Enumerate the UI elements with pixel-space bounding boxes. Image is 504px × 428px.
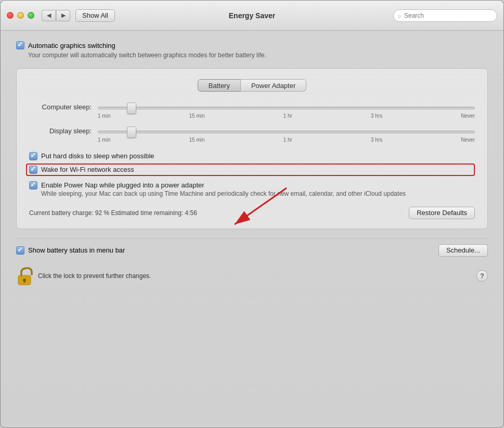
- power-nap-option-wrapper: Enable Power Nap while plugged into a po…: [29, 181, 475, 198]
- computer-sleep-ticks: 1 min 15 min 1 hr 3 hrs Never: [29, 113, 475, 119]
- back-button[interactable]: ◀: [42, 10, 56, 21]
- computer-sleep-slider-container: [98, 103, 475, 111]
- computer-sleep-label: Computer sleep:: [29, 103, 92, 111]
- options-section: Put hard disks to sleep when possible Wa…: [29, 152, 475, 198]
- close-button[interactable]: [7, 12, 14, 19]
- forward-button[interactable]: ▶: [56, 10, 70, 21]
- power-nap-label: Enable Power Nap while plugged into a po…: [41, 181, 204, 189]
- show-battery-row: Show battery status in menu bar Schedule…: [16, 244, 488, 257]
- search-input[interactable]: [404, 12, 493, 19]
- window-title: Energy Saver: [229, 11, 276, 20]
- traffic-lights: [7, 12, 34, 19]
- display-sleep-slider[interactable]: [98, 131, 475, 133]
- show-battery-label: Show battery status in menu bar: [28, 246, 125, 254]
- power-nap-option: Enable Power Nap while plugged into a po…: [29, 181, 475, 190]
- tab-battery[interactable]: Battery: [198, 79, 241, 92]
- auto-graphics-section: Automatic graphics switching Your comput…: [16, 41, 488, 59]
- auto-graphics-sublabel: Your computer will automatically switch …: [28, 52, 488, 59]
- battery-info-text: Current battery charge: 92 % Estimated t…: [29, 209, 197, 217]
- minimize-button[interactable]: [17, 12, 24, 19]
- dtick-1min: 1 min: [98, 137, 110, 143]
- battery-info-row: Current battery charge: 92 % Estimated t…: [29, 207, 475, 219]
- tick-never: Never: [461, 113, 475, 119]
- svg-rect-4: [24, 280, 25, 283]
- wifi-label: Wake for Wi-Fi network access: [41, 166, 134, 173]
- search-icon: ⌕: [398, 12, 402, 19]
- lock-row: Click the lock to prevent further change…: [16, 266, 488, 293]
- show-battery-checkbox-row: Show battery status in menu bar: [16, 246, 125, 255]
- lock-group: Click the lock to prevent further change…: [16, 266, 151, 286]
- tick-15min: 15 min: [189, 113, 205, 119]
- search-box[interactable]: ⌕: [393, 9, 497, 22]
- divider: [16, 238, 488, 239]
- hard-disks-label: Put hard disks to sleep when possible: [41, 152, 154, 160]
- tab-panel: Battery Power Adapter Computer sleep: 1 …: [16, 68, 488, 229]
- computer-sleep-row: Computer sleep:: [29, 103, 475, 111]
- hard-disks-checkbox[interactable]: [29, 152, 37, 160]
- dtick-15min: 15 min: [189, 137, 205, 143]
- computer-sleep-section: Computer sleep: 1 min 15 min 1 hr 3 hrs …: [29, 103, 475, 119]
- display-sleep-slider-container: [98, 127, 475, 135]
- display-sleep-section: Display sleep: 1 min 15 min 1 hr 3 hrs N…: [29, 127, 475, 143]
- power-nap-sublabel: While sleeping, your Mac can back up usi…: [41, 190, 475, 198]
- nav-buttons: ◀ ▶: [42, 10, 70, 21]
- titlebar: ◀ ▶ Show All Energy Saver ⌕: [1, 1, 503, 31]
- maximize-button[interactable]: [28, 12, 34, 19]
- main-window: ◀ ▶ Show All Energy Saver ⌕ Automatic gr…: [0, 0, 504, 428]
- wifi-checkbox[interactable]: [29, 166, 37, 174]
- auto-graphics-label: Automatic graphics switching: [28, 42, 115, 49]
- wifi-option: Wake for Wi-Fi network access: [26, 163, 475, 176]
- help-button[interactable]: ?: [476, 270, 488, 282]
- hard-disks-option: Put hard disks to sleep when possible: [29, 152, 475, 160]
- display-sleep-label: Display sleep:: [29, 127, 92, 135]
- tab-panel-wrapper: Battery Power Adapter Computer sleep: 1 …: [16, 68, 488, 229]
- show-battery-checkbox[interactable]: [16, 246, 24, 255]
- tick-3hrs: 3 hrs: [371, 113, 382, 119]
- display-sleep-ticks: 1 min 15 min 1 hr 3 hrs Never: [29, 137, 475, 143]
- tab-power-adapter[interactable]: Power Adapter: [240, 79, 306, 92]
- auto-graphics-row: Automatic graphics switching: [16, 41, 488, 49]
- tab-bar: Battery Power Adapter: [29, 79, 475, 92]
- restore-defaults-button[interactable]: Restore Defaults: [409, 207, 475, 219]
- dtick-3hrs: 3 hrs: [371, 137, 382, 143]
- computer-sleep-slider[interactable]: [98, 107, 475, 109]
- auto-graphics-checkbox[interactable]: [16, 41, 24, 49]
- lock-icon[interactable]: [16, 266, 33, 286]
- schedule-button[interactable]: Schedule...: [438, 244, 488, 257]
- tick-1hr: 1 hr: [283, 113, 292, 119]
- content-area: Automatic graphics switching Your comput…: [1, 31, 503, 427]
- tick-1min: 1 min: [98, 113, 110, 119]
- dtick-1hr: 1 hr: [283, 137, 292, 143]
- power-nap-checkbox[interactable]: [29, 181, 37, 190]
- display-sleep-row: Display sleep:: [29, 127, 475, 135]
- show-all-button[interactable]: Show All: [75, 9, 115, 22]
- lock-label: Click the lock to prevent further change…: [38, 272, 151, 280]
- dtick-never: Never: [461, 137, 475, 143]
